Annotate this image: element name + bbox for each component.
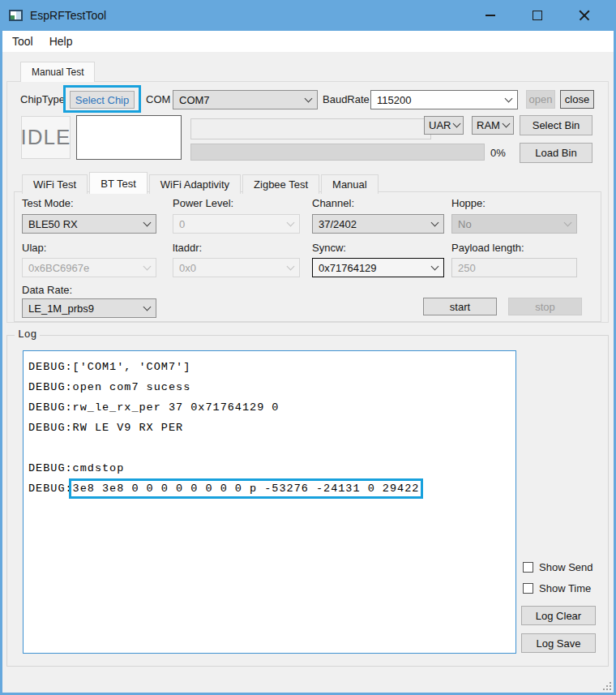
chevron-down-icon: [287, 218, 295, 226]
tab-wifi-test[interactable]: WiFi Test: [22, 174, 88, 194]
maximize-icon: [533, 11, 542, 20]
download-mode-value: UAR: [429, 119, 451, 131]
annotation-log-highlight: 3e8 3e8 0 0 0 0 0 0 0 0 p -53276 -24131 …: [73, 483, 420, 495]
log-output[interactable]: DEBUG:['COM1', 'COM7'] DEBUG:open com7 s…: [23, 350, 516, 654]
open-button: open: [526, 90, 555, 109]
chiptype-label: ChipType: [20, 93, 65, 105]
power-level-select: 0: [173, 214, 300, 234]
close-port-button[interactable]: close: [560, 90, 594, 109]
chevron-down-icon: [505, 94, 513, 102]
chevron-down-icon: [143, 302, 152, 311]
title-bar: EspRFTestTool: [0, 0, 616, 31]
log-line-result: DEBUG:3e8 3e8 0 0 0 0 0 0 0 0 p -53276 -…: [28, 478, 511, 499]
annotation-select-chip: Select Chip: [63, 85, 141, 113]
menu-bar: Tool Help: [2, 31, 614, 52]
hoppe-value: No: [458, 218, 472, 230]
data-rate-select[interactable]: LE_1M_prbs9: [22, 298, 156, 318]
show-send-checkbox[interactable]: [523, 562, 533, 573]
download-mode-select[interactable]: UAR: [424, 116, 464, 135]
log-line: DEBUG:RW LE V9 RX PER: [28, 418, 511, 438]
minimize-button[interactable]: [467, 0, 514, 31]
ltaddr-value: 0x0: [179, 262, 196, 274]
show-send-label: Show Send: [539, 561, 593, 573]
minimize-icon: [486, 15, 495, 16]
load-progress-bar: [190, 144, 485, 161]
power-level-label: Power Level:: [173, 197, 233, 209]
payload-length-label: Payload length:: [451, 242, 524, 254]
tab-manual[interactable]: Manual: [321, 174, 379, 194]
download-target-value: RAM: [477, 119, 500, 131]
status-badge: IDLE: [21, 116, 71, 159]
select-bin-button[interactable]: Select Bin: [520, 115, 592, 135]
data-rate-label: Data Rate:: [22, 284, 72, 296]
ltaddr-select: 0x0: [173, 258, 300, 277]
test-mode-label: Test Mode:: [22, 197, 74, 209]
chevron-down-icon: [453, 120, 461, 128]
log-line: DEBUG:['COM1', 'COM7']: [28, 357, 511, 377]
progress-percent: 0%: [490, 147, 506, 159]
window-title: EspRFTestTool: [30, 9, 106, 22]
menu-tool[interactable]: Tool: [4, 35, 41, 48]
download-target-select[interactable]: RAM: [472, 116, 514, 135]
stop-button: stop: [508, 298, 582, 315]
ltaddr-label: ltaddr:: [173, 242, 202, 254]
baudrate-select[interactable]: 115200: [370, 90, 518, 109]
chevron-down-icon: [431, 218, 439, 226]
tab-bt-test[interactable]: BT Test: [89, 172, 148, 194]
ulap-label: Ulap:: [22, 242, 46, 254]
load-bin-button[interactable]: Load Bin: [520, 143, 592, 163]
tab-wifi-adaptivity[interactable]: WiFi Adaptivity: [149, 174, 241, 194]
chevron-down-icon: [431, 262, 439, 270]
channel-label: Channel:: [312, 197, 354, 209]
hoppe-label: Hoppe:: [451, 197, 486, 209]
com-port-value: COM7: [179, 94, 210, 106]
menu-help[interactable]: Help: [41, 35, 81, 48]
bin-path-field: [190, 118, 431, 139]
baudrate-value: 115200: [377, 94, 411, 106]
payload-length-field: 250: [451, 258, 577, 277]
ulap-select: 0x6BC6967e: [22, 258, 156, 277]
channel-select[interactable]: 37/2402: [312, 214, 444, 234]
app-icon: [9, 10, 23, 21]
show-send-option[interactable]: Show Send: [523, 561, 593, 573]
hoppe-select: No: [451, 214, 577, 234]
select-chip-button[interactable]: Select Chip: [70, 91, 135, 109]
chevron-down-icon: [564, 218, 572, 226]
log-line: DEBUG:cmdstop: [28, 458, 511, 478]
tab-zigbee-test[interactable]: Zigbee Test: [242, 174, 319, 194]
com-port-select[interactable]: COM7: [173, 90, 318, 109]
data-rate-value: LE_1M_prbs9: [28, 302, 94, 315]
syncw-value: 0x71764129: [319, 262, 377, 274]
chevron-down-icon: [143, 262, 152, 270]
syncw-label: Syncw:: [312, 242, 346, 254]
chevron-down-icon: [143, 218, 152, 226]
syncw-select[interactable]: 0x71764129: [312, 258, 444, 277]
maximize-button[interactable]: [514, 0, 561, 31]
power-level-value: 0: [179, 218, 185, 230]
chevron-down-icon: [503, 120, 511, 128]
log-group-label: Log: [15, 328, 40, 341]
show-time-option[interactable]: Show Time: [523, 582, 591, 594]
start-button[interactable]: start: [423, 298, 497, 315]
log-line: DEBUG:rw_le_rx_per 37 0x71764129 0: [28, 397, 511, 418]
log-line: [28, 438, 511, 458]
chip-info-box: [76, 115, 182, 160]
log-clear-button[interactable]: Log Clear: [521, 606, 596, 625]
resize-grip[interactable]: [603, 682, 611, 690]
baudrate-label: BaudRate: [323, 93, 370, 105]
ulap-value: 0x6BC6967e: [28, 262, 89, 274]
chevron-down-icon: [305, 94, 313, 102]
window-border-left: [0, 31, 2, 695]
app-window: EspRFTestTool Tool Help Manual Test Chip…: [0, 0, 616, 695]
close-icon: [579, 10, 590, 21]
close-button[interactable]: [561, 0, 608, 31]
log-line: DEBUG:open com7 sucess: [28, 377, 511, 397]
log-result-prefix: DEBUG:: [28, 483, 73, 495]
test-mode-select[interactable]: BLE50 RX: [22, 214, 156, 234]
show-time-checkbox[interactable]: [523, 583, 533, 594]
com-label: COM: [146, 93, 170, 105]
tab-manual-test[interactable]: Manual Test: [20, 62, 95, 82]
channel-value: 37/2402: [319, 218, 357, 230]
test-tab-strip: WiFi Test BT Test WiFi Adaptivity Zigbee…: [22, 172, 380, 194]
log-save-button[interactable]: Log Save: [521, 633, 596, 653]
